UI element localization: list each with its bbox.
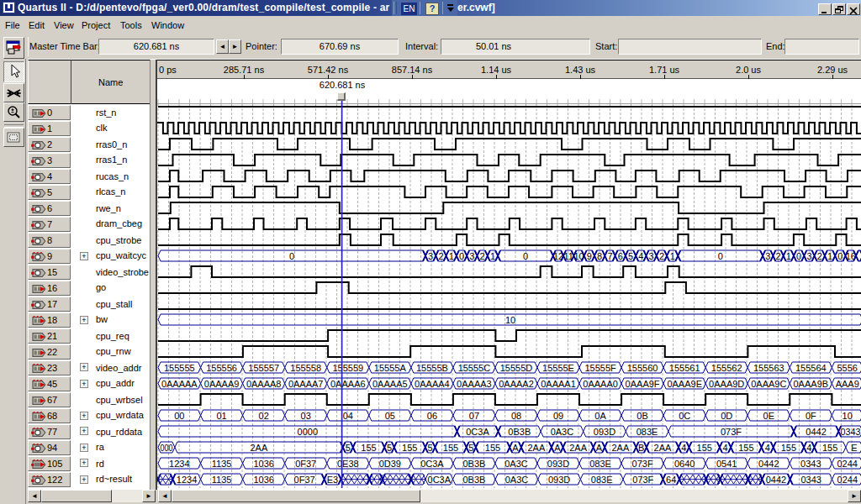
svg-text:0F37: 0F37 (294, 475, 315, 485)
svg-text:1234: 1234 (177, 475, 197, 485)
svg-text:01: 01 (216, 411, 226, 421)
svg-text:15555E: 15555E (542, 363, 574, 373)
svg-text:2AA: 2AA (612, 443, 630, 453)
svg-text:7: 7 (607, 251, 612, 261)
svg-text:5: 5 (428, 443, 433, 453)
svg-text:0AAAA1: 0AAAA1 (541, 379, 576, 389)
svg-text:I: I (36, 365, 38, 373)
svg-text:5: 5 (387, 443, 392, 453)
svg-text:0A3C: 0A3C (504, 459, 528, 469)
svg-text:0: 0 (718, 251, 723, 261)
svg-text:155: 155 (485, 443, 500, 453)
svg-text:I: I (36, 413, 38, 421)
svg-text:03: 03 (301, 411, 311, 421)
svg-text:093D: 093D (547, 459, 569, 469)
svg-text:0A3C: 0A3C (505, 475, 529, 485)
svg-text:4: 4 (806, 443, 811, 453)
svg-text:2: 2 (775, 251, 780, 261)
svg-text:0D: 0D (721, 411, 732, 421)
svg-text:155561: 155561 (669, 363, 700, 373)
svg-text:I: I (36, 397, 38, 405)
svg-text:0AAA9B: 0AAA9B (794, 379, 829, 389)
svg-text:00: 00 (174, 411, 184, 421)
svg-text:9: 9 (587, 251, 592, 261)
svg-text:3: 3 (765, 251, 770, 261)
svg-text:15555B: 15555B (416, 363, 448, 373)
svg-text:0AAAA5: 0AAAA5 (372, 379, 408, 389)
svg-text:2: 2 (817, 251, 822, 261)
svg-text:155: 155 (443, 443, 458, 453)
svg-text:0: 0 (837, 251, 843, 261)
svg-text:5: 5 (628, 251, 633, 261)
svg-text:A: A (512, 443, 519, 453)
svg-text:07: 07 (469, 411, 479, 421)
svg-text:0AAAA7: 0AAAA7 (288, 379, 324, 389)
svg-text:093D: 093D (548, 475, 570, 485)
svg-text:0343: 0343 (841, 427, 861, 437)
svg-text:0AAA9F: 0AAA9F (626, 379, 660, 389)
svg-text:0D39: 0D39 (379, 459, 401, 469)
svg-text:1036: 1036 (253, 459, 273, 469)
svg-text:073F: 073F (721, 427, 742, 437)
svg-text:I: I (36, 333, 38, 341)
svg-text:15555A: 15555A (374, 363, 407, 373)
svg-text:0: 0 (459, 251, 464, 261)
svg-text:64: 64 (666, 475, 676, 485)
svg-text:09: 09 (553, 411, 563, 421)
svg-text:0B3B: 0B3B (462, 475, 485, 485)
svg-text:083E: 083E (589, 459, 611, 469)
svg-text:4: 4 (722, 443, 727, 453)
svg-text:155563: 155563 (753, 363, 784, 373)
svg-text:15555F: 15555F (584, 363, 616, 373)
svg-text:I: I (36, 381, 38, 389)
svg-text:2: 2 (480, 251, 485, 261)
svg-text:06: 06 (427, 411, 437, 421)
svg-text:0244: 0244 (837, 475, 858, 485)
svg-text:0E: 0E (763, 411, 774, 421)
svg-text:155559: 155559 (332, 363, 363, 373)
svg-text:1: 1 (786, 251, 791, 261)
svg-text:155: 155 (781, 443, 796, 453)
svg-text:0AAAA9: 0AAAA9 (204, 379, 240, 389)
svg-text:5: 5 (468, 443, 473, 453)
svg-text:2: 2 (659, 251, 664, 261)
svg-text:1: 1 (670, 251, 675, 261)
svg-text:1036: 1036 (253, 475, 273, 485)
svg-text:0: 0 (796, 251, 801, 261)
svg-text:1234: 1234 (169, 459, 189, 469)
svg-text:093D: 093D (594, 427, 615, 437)
svg-text:155555: 155555 (164, 363, 195, 373)
svg-text:E3: E3 (327, 475, 338, 485)
svg-text:0C3A: 0C3A (466, 427, 489, 437)
svg-text:0AAA9E: 0AAA9E (667, 379, 702, 389)
svg-text:0AAA9D: 0AAA9D (709, 379, 744, 389)
svg-text:4: 4 (638, 251, 643, 261)
svg-text:0244: 0244 (837, 459, 857, 469)
svg-text:5556: 5556 (837, 363, 857, 373)
svg-text:0F: 0F (806, 411, 816, 421)
svg-text:0: 0 (289, 251, 294, 261)
svg-text:A: A (596, 443, 603, 453)
svg-text:2AA: 2AA (569, 443, 587, 453)
svg-text:0A: 0A (594, 411, 606, 421)
svg-text:AAA9: AAA9 (836, 379, 859, 389)
svg-text:0B3B: 0B3B (462, 459, 485, 469)
svg-text:3: 3 (649, 251, 654, 261)
svg-text:0AAAA2: 0AAAA2 (499, 379, 534, 389)
svg-text:073F: 073F (632, 459, 653, 469)
svg-text:0AAAAA: 0AAAAA (161, 379, 198, 389)
svg-text:083E: 083E (591, 475, 613, 485)
svg-text:I: I (36, 126, 38, 134)
svg-text:0343: 0343 (800, 475, 821, 485)
svg-text:08: 08 (511, 411, 521, 421)
svg-text:B: B (638, 443, 644, 453)
svg-text:I: I (36, 110, 38, 118)
svg-text:6: 6 (618, 251, 623, 261)
svg-text:2AA: 2AA (654, 443, 672, 453)
svg-text:0442: 0442 (806, 427, 826, 437)
svg-text:2: 2 (438, 251, 443, 261)
svg-text:0442: 0442 (758, 459, 779, 469)
svg-text:0F37: 0F37 (295, 459, 316, 469)
svg-text:073F: 073F (632, 475, 653, 485)
svg-text:0AAAA8: 0AAAA8 (246, 379, 282, 389)
